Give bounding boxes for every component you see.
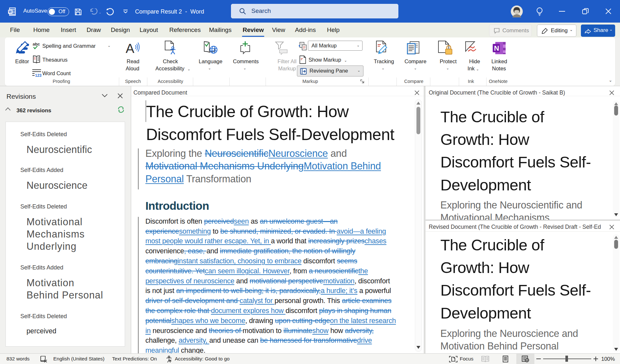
svg-text:abc: abc	[33, 42, 40, 46]
svg-text:123: 123	[35, 73, 42, 78]
svg-text:N: N	[494, 44, 499, 52]
svg-text:A: A	[126, 41, 134, 55]
svg-text:W: W	[9, 10, 12, 14]
